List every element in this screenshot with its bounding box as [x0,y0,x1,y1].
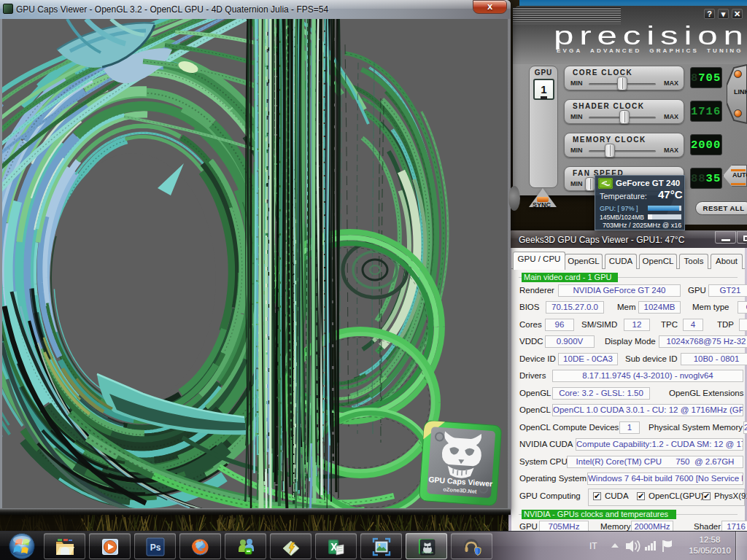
svg-text:Ps: Ps [150,542,161,553]
svg-text:IT: IT [589,541,597,551]
svg-text:GPU Caps: GPU Caps [422,551,433,554]
